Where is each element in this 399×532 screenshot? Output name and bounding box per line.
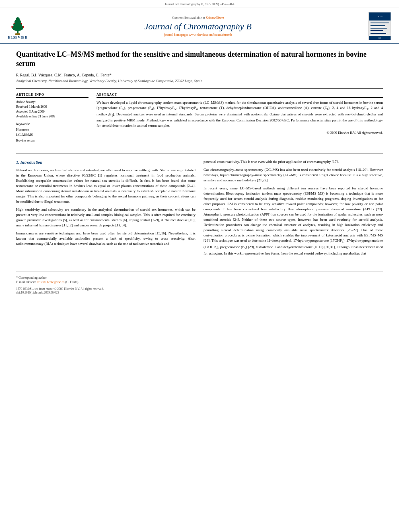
journal-citation: Journal of Chromatography B, 877 (2009) …	[0, 0, 399, 8]
svg-point-6	[23, 26, 24, 28]
body-column-left: 1. Introduction Natural sex hormones, su…	[16, 159, 195, 259]
article-info-column: ARTICLE INFO Article history: Received 3…	[16, 93, 88, 147]
doi-text: doi:10.1016/j.jchromb.2009.06.025	[16, 291, 59, 294]
keyword-lcmsms: LC–MS/MS	[16, 132, 88, 138]
journal-cover-image: JCB 50	[368, 12, 391, 40]
article-content: Quantitative LC–MS/MS method for the sen…	[0, 44, 399, 267]
footer: * Corresponding author. E-mail address: …	[16, 271, 383, 294]
homepage-label: journal homepage:	[164, 33, 188, 37]
cover-line	[370, 33, 386, 34]
body-para-4: potential cross reactivity. This is true…	[204, 159, 383, 164]
article-title: Quantitative LC–MS/MS method for the sen…	[16, 50, 383, 69]
article-meta-row: ARTICLE INFO Article history: Received 3…	[16, 88, 383, 147]
email-label: E-mail address:	[16, 280, 36, 284]
body-para-5: Gas chromatography–mass spectrometry (GC…	[204, 167, 383, 183]
cover-line	[370, 23, 389, 23]
footer-divider-line	[16, 274, 80, 274]
history-label: Article history:	[16, 100, 88, 104]
cover-line	[370, 30, 383, 31]
svg-rect-9	[15, 33, 20, 35]
sciencedirect-link[interactable]: ScienceDirect	[206, 16, 224, 20]
received-date: Received 3 March 2009 Accepted 3 June 20…	[16, 105, 88, 119]
svg-point-4	[16, 17, 20, 21]
article-info-header: ARTICLE INFO	[16, 93, 88, 98]
elsevier-logo: ELSEVIER	[8, 13, 27, 39]
received-text: Received 3 March 2009	[16, 105, 88, 109]
journal-title-area: Contents lists available at ScienceDirec…	[34, 16, 362, 37]
keyword-hormone: Hormone	[16, 127, 88, 133]
email-note: E-mail address: cristina.fente@usc.es (C…	[16, 280, 383, 284]
svg-point-5	[11, 26, 13, 28]
svg-point-7	[14, 23, 15, 24]
corresponding-label: * Corresponding author.	[16, 276, 47, 279]
sciencedirect-label: Contents lists available at	[172, 16, 205, 20]
elsevier-tree-icon	[8, 13, 27, 35]
cover-line	[370, 28, 387, 29]
homepage-url[interactable]: www.elsevier.com/locate/chromb	[189, 33, 232, 37]
accepted-text: Accepted 3 June 2009	[16, 109, 88, 114]
keyword-list: Hormone LC–MS/MS Bovine serum	[16, 127, 88, 144]
page: Journal of Chromatography B, 877 (2009) …	[0, 0, 399, 532]
footer-note-line	[16, 274, 383, 274]
abstract-column: ABSTRACT We have developed a liquid chro…	[97, 93, 383, 147]
body-para-1: Natural sex hormones, such as testostero…	[16, 168, 195, 204]
footer-issn: 1570-0232/$ – see front matter © 2009 El…	[16, 287, 383, 294]
journal-header: ELSEVIER Contents lists available at Sci…	[0, 8, 399, 44]
sciencedirect-line: Contents lists available at ScienceDirec…	[34, 16, 362, 20]
elsevier-brand-text: ELSEVIER	[8, 36, 27, 39]
email-owner: (C. Fente).	[65, 280, 79, 284]
keywords-label: Keywords:	[16, 122, 88, 126]
journal-homepage: journal homepage: www.elsevier.com/locat…	[34, 33, 362, 37]
keyword-bovine: Bovine serum	[16, 138, 88, 144]
cover-top-band: JCB	[369, 12, 391, 21]
body-para-3: Immunoassays are sensitive techniques an…	[16, 231, 195, 246]
email-link[interactable]: cristina.fente@usc.es	[37, 280, 64, 284]
keywords-group: Keywords: Hormone LC–MS/MS Bovine serum	[16, 122, 88, 144]
history-group: Article history: Received 3 March 2009 A…	[16, 100, 88, 119]
issn-text: 1570-0232/$ – see front matter © 2009 El…	[16, 287, 104, 291]
journal-name: Journal of Chromatography B	[34, 21, 362, 32]
article-affiliation: Analytical Chemistry, Nutrition and Brom…	[16, 79, 383, 83]
cover-badge: 50	[369, 36, 391, 40]
body-para-6: In recent years, many LC–MS-based method…	[204, 186, 383, 256]
abstract-text: We have developed a liquid chromatograph…	[97, 100, 383, 128]
body-columns: 1. Introduction Natural sex hormones, su…	[16, 153, 383, 259]
abstract-copyright: © 2009 Elsevier B.V. All rights reserved…	[97, 131, 383, 135]
section1-title: 1. Introduction	[16, 159, 195, 165]
citation-text: Journal of Chromatography B, 877 (2009) …	[165, 2, 234, 6]
cover-lines-area	[369, 21, 391, 36]
article-authors: P. Regal, B.I. Vázquez, C.M. Franco, Á. …	[16, 73, 383, 77]
cover-line	[370, 25, 385, 26]
svg-point-8	[21, 23, 22, 24]
abstract-header: ABSTRACT	[97, 93, 383, 98]
body-column-right: potential cross reactivity. This is true…	[204, 159, 383, 259]
available-text: Available online 21 June 2009	[16, 114, 88, 119]
corresponding-note: * Corresponding author.	[16, 276, 383, 279]
body-para-2: High sensitivity and selectivity are man…	[16, 207, 195, 228]
